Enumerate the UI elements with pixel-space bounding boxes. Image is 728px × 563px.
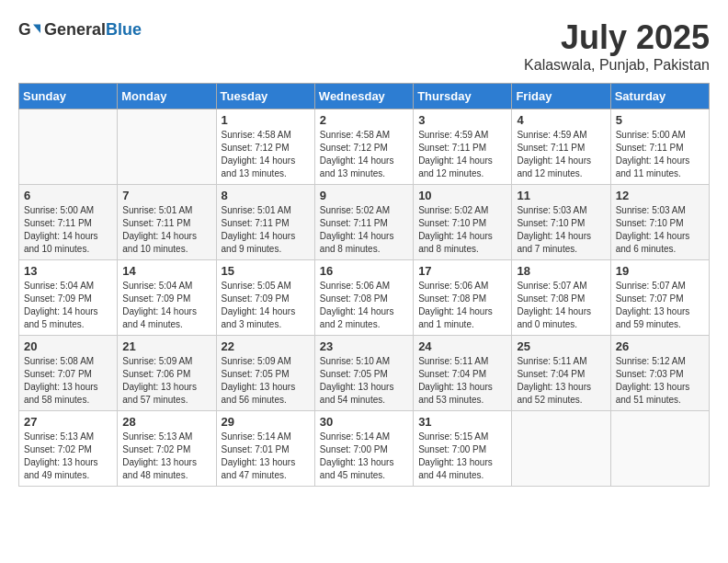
calendar-header-row: SundayMondayTuesdayWednesdayThursdayFrid… — [19, 84, 710, 109]
logo-icon: G — [18, 18, 40, 40]
calendar-day-header: Friday — [512, 84, 610, 109]
day-info: Sunrise: 5:12 AM Sunset: 7:03 PM Dayligh… — [616, 355, 704, 407]
calendar-day-cell: 26Sunrise: 5:12 AM Sunset: 7:03 PM Dayli… — [610, 336, 709, 411]
day-info: Sunrise: 5:10 AM Sunset: 7:05 PM Dayligh… — [320, 355, 408, 407]
logo-text-blue: Blue — [106, 20, 142, 39]
page-header: G GeneralBlue July 2025 Kalaswala, Punja… — [18, 18, 710, 74]
calendar-day-cell: 19Sunrise: 5:07 AM Sunset: 7:07 PM Dayli… — [610, 260, 709, 336]
calendar-empty-cell — [19, 109, 118, 185]
day-info: Sunrise: 5:09 AM Sunset: 7:06 PM Dayligh… — [122, 355, 210, 407]
day-info: Sunrise: 5:00 AM Sunset: 7:11 PM Dayligh… — [616, 129, 704, 180]
day-number: 16 — [320, 264, 408, 278]
day-number: 18 — [517, 264, 605, 278]
month-title: July 2025 — [524, 18, 710, 57]
calendar-day-cell: 18Sunrise: 5:07 AM Sunset: 7:08 PM Dayli… — [512, 260, 610, 336]
day-info: Sunrise: 5:02 AM Sunset: 7:11 PM Dayligh… — [320, 204, 408, 256]
day-info: Sunrise: 5:11 AM Sunset: 7:04 PM Dayligh… — [517, 355, 605, 407]
calendar-day-cell: 21Sunrise: 5:09 AM Sunset: 7:06 PM Dayli… — [118, 336, 216, 411]
calendar-day-cell: 3Sunrise: 4:59 AM Sunset: 7:11 PM Daylig… — [414, 109, 512, 185]
calendar-day-cell: 23Sunrise: 5:10 AM Sunset: 7:05 PM Dayli… — [314, 336, 413, 411]
calendar-day-header: Sunday — [19, 84, 118, 109]
day-info: Sunrise: 5:13 AM Sunset: 7:02 PM Dayligh… — [122, 431, 210, 482]
logo-text-general: General — [44, 20, 106, 39]
day-number: 17 — [418, 264, 506, 278]
day-number: 22 — [222, 339, 310, 353]
day-number: 29 — [222, 415, 310, 429]
day-info: Sunrise: 5:04 AM Sunset: 7:09 PM Dayligh… — [122, 280, 210, 331]
day-number: 9 — [320, 189, 408, 202]
calendar-day-cell: 20Sunrise: 5:08 AM Sunset: 7:07 PM Dayli… — [19, 336, 118, 411]
day-info: Sunrise: 5:11 AM Sunset: 7:04 PM Dayligh… — [418, 355, 506, 407]
calendar-day-header: Wednesday — [314, 84, 413, 109]
day-number: 12 — [616, 189, 704, 202]
day-info: Sunrise: 5:15 AM Sunset: 7:00 PM Dayligh… — [418, 431, 506, 482]
day-number: 21 — [122, 339, 210, 353]
day-number: 13 — [24, 264, 112, 278]
calendar-day-cell: 14Sunrise: 5:04 AM Sunset: 7:09 PM Dayli… — [118, 260, 216, 336]
location-title: Kalaswala, Punjab, Pakistan — [524, 57, 710, 74]
day-number: 6 — [24, 189, 112, 202]
calendar-day-cell: 1Sunrise: 4:58 AM Sunset: 7:12 PM Daylig… — [216, 109, 314, 185]
calendar-empty-cell — [118, 109, 216, 185]
day-number: 30 — [320, 415, 408, 429]
day-number: 7 — [122, 189, 210, 202]
calendar-week-row: 1Sunrise: 4:58 AM Sunset: 7:12 PM Daylig… — [19, 109, 710, 185]
calendar-day-cell: 16Sunrise: 5:06 AM Sunset: 7:08 PM Dayli… — [314, 260, 413, 336]
calendar-day-cell: 11Sunrise: 5:03 AM Sunset: 7:10 PM Dayli… — [512, 185, 610, 260]
day-info: Sunrise: 5:06 AM Sunset: 7:08 PM Dayligh… — [418, 280, 506, 331]
day-number: 8 — [222, 189, 310, 202]
calendar-day-header: Thursday — [414, 84, 512, 109]
day-number: 5 — [616, 113, 704, 127]
day-info: Sunrise: 5:00 AM Sunset: 7:11 PM Dayligh… — [24, 204, 112, 256]
day-info: Sunrise: 5:06 AM Sunset: 7:08 PM Dayligh… — [320, 280, 408, 331]
calendar-day-cell: 7Sunrise: 5:01 AM Sunset: 7:11 PM Daylig… — [118, 185, 216, 260]
day-info: Sunrise: 4:59 AM Sunset: 7:11 PM Dayligh… — [517, 129, 605, 180]
day-number: 19 — [616, 264, 704, 278]
calendar-week-row: 6Sunrise: 5:00 AM Sunset: 7:11 PM Daylig… — [19, 185, 710, 260]
svg-text:G: G — [18, 20, 31, 39]
day-info: Sunrise: 4:58 AM Sunset: 7:12 PM Dayligh… — [222, 129, 310, 180]
day-info: Sunrise: 5:14 AM Sunset: 7:00 PM Dayligh… — [320, 431, 408, 482]
calendar-empty-cell — [512, 411, 610, 487]
day-info: Sunrise: 5:04 AM Sunset: 7:09 PM Dayligh… — [24, 280, 112, 331]
calendar-day-cell: 2Sunrise: 4:58 AM Sunset: 7:12 PM Daylig… — [314, 109, 413, 185]
day-number: 14 — [122, 264, 210, 278]
day-number: 10 — [418, 189, 506, 202]
calendar-day-cell: 22Sunrise: 5:09 AM Sunset: 7:05 PM Dayli… — [216, 336, 314, 411]
calendar-day-cell: 4Sunrise: 4:59 AM Sunset: 7:11 PM Daylig… — [512, 109, 610, 185]
day-number: 28 — [122, 415, 210, 429]
day-info: Sunrise: 5:03 AM Sunset: 7:10 PM Dayligh… — [517, 204, 605, 256]
day-info: Sunrise: 5:14 AM Sunset: 7:01 PM Dayligh… — [222, 431, 310, 482]
day-info: Sunrise: 5:09 AM Sunset: 7:05 PM Dayligh… — [222, 355, 310, 407]
calendar-day-cell: 17Sunrise: 5:06 AM Sunset: 7:08 PM Dayli… — [414, 260, 512, 336]
day-info: Sunrise: 4:59 AM Sunset: 7:11 PM Dayligh… — [418, 129, 506, 180]
calendar-week-row: 13Sunrise: 5:04 AM Sunset: 7:09 PM Dayli… — [19, 260, 710, 336]
day-number: 20 — [24, 339, 112, 353]
calendar-day-cell: 31Sunrise: 5:15 AM Sunset: 7:00 PM Dayli… — [414, 411, 512, 487]
calendar-day-cell: 6Sunrise: 5:00 AM Sunset: 7:11 PM Daylig… — [19, 185, 118, 260]
day-info: Sunrise: 5:07 AM Sunset: 7:07 PM Dayligh… — [616, 280, 704, 331]
day-info: Sunrise: 4:58 AM Sunset: 7:12 PM Dayligh… — [320, 129, 408, 180]
day-number: 15 — [222, 264, 310, 278]
title-area: July 2025 Kalaswala, Punjab, Pakistan — [524, 18, 710, 74]
day-number: 24 — [418, 339, 506, 353]
calendar-day-cell: 30Sunrise: 5:14 AM Sunset: 7:00 PM Dayli… — [314, 411, 413, 487]
calendar-week-row: 27Sunrise: 5:13 AM Sunset: 7:02 PM Dayli… — [19, 411, 710, 487]
calendar-day-cell: 24Sunrise: 5:11 AM Sunset: 7:04 PM Dayli… — [414, 336, 512, 411]
calendar-day-cell: 13Sunrise: 5:04 AM Sunset: 7:09 PM Dayli… — [19, 260, 118, 336]
day-info: Sunrise: 5:08 AM Sunset: 7:07 PM Dayligh… — [24, 355, 112, 407]
day-number: 26 — [616, 339, 704, 353]
calendar-day-header: Monday — [118, 84, 216, 109]
day-number: 1 — [222, 113, 310, 127]
calendar-empty-cell — [610, 411, 709, 487]
day-info: Sunrise: 5:01 AM Sunset: 7:11 PM Dayligh… — [122, 204, 210, 256]
calendar-table: SundayMondayTuesdayWednesdayThursdayFrid… — [18, 83, 710, 487]
day-number: 23 — [320, 339, 408, 353]
day-number: 25 — [517, 339, 605, 353]
day-info: Sunrise: 5:05 AM Sunset: 7:09 PM Dayligh… — [222, 280, 310, 331]
logo: G GeneralBlue — [18, 18, 142, 40]
day-number: 31 — [418, 415, 506, 429]
calendar-day-cell: 25Sunrise: 5:11 AM Sunset: 7:04 PM Dayli… — [512, 336, 610, 411]
calendar-day-cell: 10Sunrise: 5:02 AM Sunset: 7:10 PM Dayli… — [414, 185, 512, 260]
calendar-day-cell: 27Sunrise: 5:13 AM Sunset: 7:02 PM Dayli… — [19, 411, 118, 487]
